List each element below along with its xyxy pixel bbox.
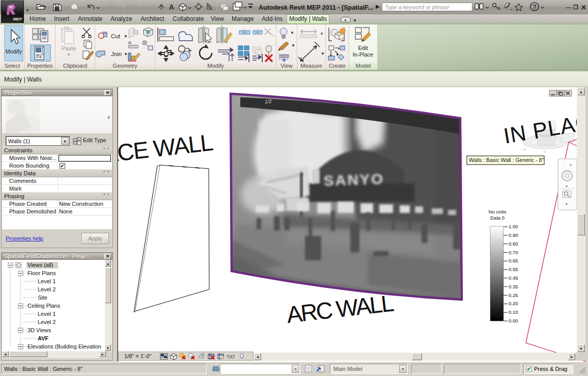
svg-text:0.35: 0.35 (509, 284, 518, 289)
svg-text:Floor Plans: Floor Plans (27, 270, 56, 276)
svg-text:▼: ▼ (124, 52, 128, 57)
svg-text:Level 1: Level 1 (38, 278, 55, 284)
svg-text:W: W (523, 148, 526, 151)
svg-text:Edit: Edit (358, 45, 368, 51)
svg-text:▾: ▾ (566, 184, 568, 189)
svg-text:0.65: 0.65 (509, 258, 518, 263)
svg-text:Elevations (Building Elevation: Elevations (Building Elevation (27, 343, 101, 350)
svg-text:Data 0: Data 0 (490, 215, 505, 221)
svg-text:0.80: 0.80 (509, 241, 518, 247)
svg-text:S: S (544, 150, 546, 153)
svg-text:▼: ▼ (291, 43, 295, 48)
svg-text:▼: ▼ (106, 115, 111, 120)
svg-text:0.10: 0.10 (509, 309, 518, 315)
svg-text:Ceiling Plans: Ceiling Plans (27, 303, 61, 309)
svg-text:0.25: 0.25 (509, 292, 518, 298)
svg-text:Modify: Modify (6, 48, 22, 55)
svg-text:Level 2: Level 2 (38, 286, 55, 292)
svg-text:Join: Join (111, 51, 122, 57)
svg-text:Level 1: Level 1 (38, 311, 55, 317)
svg-text:In-Place: In-Place (353, 51, 373, 58)
svg-text:0.90: 0.90 (509, 232, 518, 238)
svg-text:▾: ▾ (566, 202, 568, 206)
svg-text:ARC WALL: ARC WALL (285, 289, 396, 328)
svg-text:Paste: Paste (62, 45, 76, 51)
svg-text:3D Views: 3D Views (27, 327, 51, 333)
svg-text:FACE WALL: FACE WALL (118, 129, 215, 169)
svg-text:Views (all): Views (all) (27, 262, 53, 268)
svg-text:1.00: 1.00 (509, 224, 518, 229)
svg-text:Cut: Cut (111, 33, 121, 39)
svg-text:A: A (169, 3, 174, 11)
svg-text:×: × (569, 163, 572, 168)
svg-text:▼: ▼ (290, 31, 294, 35)
svg-text:0.45: 0.45 (509, 275, 518, 281)
svg-text:0.70: 0.70 (509, 250, 518, 255)
svg-text:Site: Site (38, 294, 47, 301)
svg-text:▼: ▼ (321, 51, 325, 56)
svg-text:▼: ▼ (67, 52, 71, 57)
svg-text:▼: ▼ (320, 32, 324, 36)
svg-text:Level 2: Level 2 (38, 319, 55, 325)
svg-text:0.20: 0.20 (509, 301, 518, 306)
svg-text:Walls : Basic Wall : Generic -: Walls : Basic Wall : Generic - 8" (469, 157, 544, 163)
svg-text:?: ? (533, 4, 537, 11)
svg-text:▼: ▼ (124, 34, 128, 39)
svg-text:No units: No units (489, 209, 507, 214)
svg-text:0.55: 0.55 (509, 266, 518, 272)
svg-text:AVF: AVF (38, 335, 48, 341)
svg-text:0.00: 0.00 (509, 318, 518, 324)
